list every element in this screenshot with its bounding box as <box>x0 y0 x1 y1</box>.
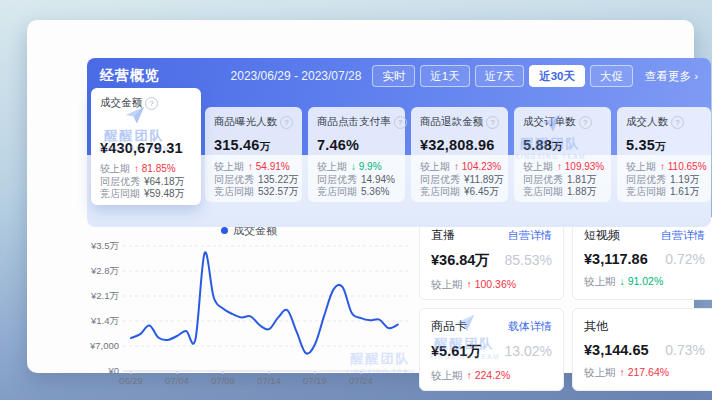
svg-text:07/04: 07/04 <box>165 375 189 386</box>
metric-card-exposure[interactable]: 商品曝光人数? 315.46万 较上期↑ 54.91% 同层优秀135.22万 … <box>205 107 302 202</box>
help-icon[interactable]: ? <box>394 116 407 129</box>
panel-title: 直播 <box>431 227 455 244</box>
time-tab-4[interactable]: 大促 <box>590 65 633 87</box>
metric-label: 商品曝光人数 <box>214 115 277 129</box>
page-title: 经营概览 <box>100 67 160 85</box>
change-value: ↓ 91.02% <box>620 275 664 289</box>
svg-text:06/29: 06/29 <box>119 375 143 386</box>
help-icon[interactable]: ? <box>579 116 592 129</box>
date-range[interactable]: 2023/06/29 - 2023/07/28 <box>231 69 362 83</box>
metric-card-refund[interactable]: 商品退款金额? ¥32,808.96 较上期↑ 104.23% 同层优秀¥11.… <box>411 107 508 202</box>
metric-value: ¥32,808.96 <box>420 137 495 153</box>
metric-value: 315.46 <box>214 137 260 153</box>
svg-text:07/09: 07/09 <box>211 375 235 386</box>
time-tab-1[interactable]: 近1天 <box>420 65 469 87</box>
change-value: ↑ 54.91% <box>248 161 290 174</box>
panel-share: 13.02% <box>505 343 552 359</box>
panel-share: 85.53% <box>505 252 552 268</box>
metric-value: 5.35 <box>626 137 655 153</box>
change-value: ↓ 9.9% <box>351 161 382 174</box>
metric-label: 成交人数 <box>626 115 668 129</box>
gmv-trend-chart: 成交金额 ¥3.5万¥2.8万¥2.1万¥1.4万¥7,000¥006/2907… <box>83 222 415 390</box>
legend-dot-icon <box>221 227 228 234</box>
metric-card-gmv[interactable]: 成交金额? ¥430,679.31 较上期↑ 81.85% 同层优秀¥64.18… <box>91 88 201 205</box>
svg-text:¥2.8万: ¥2.8万 <box>90 265 119 276</box>
metric-value: 7.46% <box>317 137 359 153</box>
svg-text:¥2.1万: ¥2.1万 <box>90 290 119 301</box>
metric-label: 商品退款金额 <box>420 115 483 129</box>
svg-text:07/19: 07/19 <box>303 375 327 386</box>
time-tab-2[interactable]: 近7天 <box>475 65 524 87</box>
change-value: ↑ 109.93% <box>557 161 604 174</box>
svg-text:07/14: 07/14 <box>257 375 281 386</box>
panel-value: ¥3,144.65 <box>584 342 649 358</box>
metric-card-orders[interactable]: 成交订单数? 5.88万 较上期↑ 109.93% 同层优秀1.81万 竞店同期… <box>514 107 611 202</box>
help-icon[interactable]: ? <box>280 116 293 129</box>
metric-label: 商品点击支付率 <box>317 115 391 129</box>
live-detail-link[interactable]: 自营详情 <box>508 228 552 243</box>
svg-text:¥7,000: ¥7,000 <box>89 340 119 351</box>
panel-title: 其他 <box>584 318 608 335</box>
help-icon[interactable]: ? <box>671 116 684 129</box>
metric-value: 5.88 <box>523 137 552 153</box>
change-value: ↑ 100.36% <box>467 278 517 292</box>
business-overview-page: 经营概览 2023/06/29 - 2023/07/28 实时近1天近7天近30… <box>0 0 712 400</box>
time-tab-3[interactable]: 近30天 <box>529 65 585 87</box>
channel-panels: 直播自营详情 ¥36.84万85.53% 较上期↑ 100.36% 短视频自营详… <box>419 217 712 391</box>
metric-label: 成交订单数 <box>523 115 576 129</box>
panel-value: ¥5.61万 <box>431 342 482 361</box>
panel-value: ¥3,117.86 <box>584 251 648 267</box>
svg-text:¥1.4万: ¥1.4万 <box>90 315 119 326</box>
time-tabs: 实时近1天近7天近30天大促 <box>372 65 633 87</box>
panel-title: 商品卡 <box>431 318 467 335</box>
carrier-detail-link[interactable]: 载体详情 <box>508 319 552 334</box>
metric-card-click-pay-rate[interactable]: 商品点击支付率? 7.46% 较上期↓ 9.9% 同层优秀14.94% 竞店同期… <box>308 107 405 202</box>
panel-short-video: 短视频自营详情 ¥3,117.860.72% 较上期↓ 91.02% <box>572 217 712 300</box>
change-value: ↑ 217.64% <box>620 366 670 380</box>
panel-product-card: 商品卡载体详情 ¥5.61万13.02% 较上期↑ 224.2% <box>419 308 564 391</box>
svg-text:¥0: ¥0 <box>107 365 119 376</box>
panel-share: 0.73% <box>665 342 705 358</box>
overview-card: 经营概览 2023/06/29 - 2023/07/28 实时近1天近7天近30… <box>27 20 694 373</box>
panel-share: 0.72% <box>665 251 705 267</box>
short-video-detail-link[interactable]: 自营详情 <box>661 228 705 243</box>
view-more-link[interactable]: 查看更多 › <box>645 69 698 84</box>
change-value: ↑ 81.85% <box>134 163 176 176</box>
help-icon[interactable]: ? <box>145 97 158 110</box>
panel-other: 其他 ¥3,144.650.73% 较上期↑ 217.64% <box>572 308 712 391</box>
svg-text:¥3.5万: ¥3.5万 <box>90 240 119 251</box>
metric-value: ¥430,679.31 <box>100 140 183 156</box>
trend-chart-svg: ¥3.5万¥2.8万¥2.1万¥1.4万¥7,000¥006/2907/0407… <box>83 238 415 388</box>
panel-live: 直播自营详情 ¥36.84万85.53% 较上期↑ 100.36% <box>419 217 564 300</box>
help-icon[interactable]: ? <box>486 116 499 129</box>
metric-label: 成交金额 <box>100 96 142 110</box>
panel-value: ¥36.84万 <box>431 251 490 270</box>
change-value: ↑ 110.65% <box>660 161 707 174</box>
time-tab-0[interactable]: 实时 <box>372 65 415 87</box>
panel-title: 短视频 <box>584 227 620 244</box>
change-value: ↑ 224.2% <box>467 369 511 383</box>
change-value: ↑ 104.23% <box>454 161 501 174</box>
chevron-right-icon: › <box>694 70 698 82</box>
svg-text:07/24: 07/24 <box>349 375 373 386</box>
metric-card-buyers[interactable]: 成交人数? 5.35万 较上期↑ 110.65% 同层优秀1.19万 竞店同期1… <box>617 107 711 202</box>
